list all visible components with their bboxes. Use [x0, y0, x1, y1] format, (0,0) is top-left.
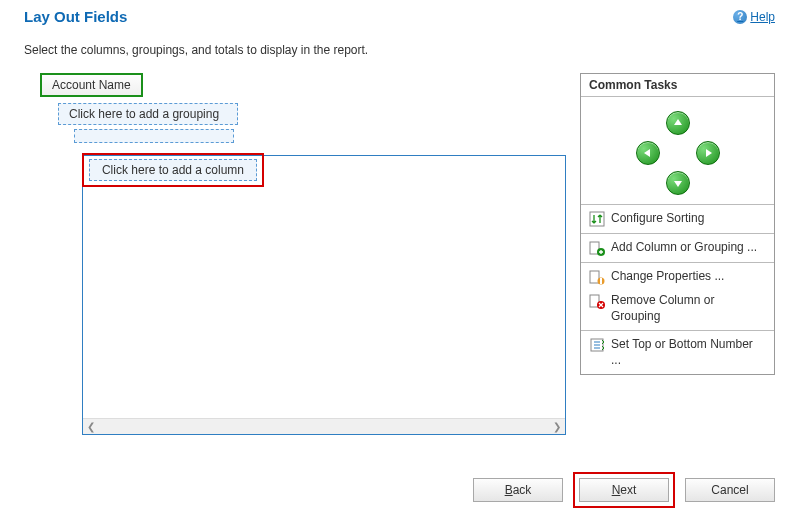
- help-icon: ?: [733, 10, 747, 24]
- svg-rect-5: [600, 278, 602, 284]
- add-column-highlight: Click here to add a column: [82, 153, 264, 187]
- remove-column-icon: [589, 293, 605, 309]
- help-label: Help: [750, 10, 775, 24]
- add-column-label: Add Column or Grouping ...: [611, 240, 757, 256]
- wizard-button-bar: Back Next Cancel: [473, 472, 775, 508]
- sort-icon: [589, 211, 605, 227]
- common-tasks-panel: Common Tasks Configure Sorting: [580, 73, 775, 375]
- instruction-text: Select the columns, groupings, and total…: [24, 43, 793, 57]
- move-down-button[interactable]: [666, 171, 690, 195]
- remove-column-label: Remove Column or Grouping: [611, 293, 766, 324]
- add-column-icon: [589, 240, 605, 256]
- change-properties-label: Change Properties ...: [611, 269, 724, 285]
- next-label-rest: ext: [620, 483, 636, 497]
- back-label-rest: ack: [513, 483, 532, 497]
- help-link[interactable]: ? Help: [733, 10, 775, 24]
- horizontal-scrollbar[interactable]: ❮ ❯: [83, 418, 565, 434]
- set-top-bottom-label: Set Top or Bottom Number ...: [611, 337, 766, 368]
- remove-column-task[interactable]: Remove Column or Grouping: [581, 289, 774, 328]
- arrow-down-icon: [672, 177, 684, 189]
- scroll-left-icon[interactable]: ❮: [87, 421, 95, 432]
- common-tasks-header: Common Tasks: [581, 74, 774, 97]
- report-canvas: ❮ ❯: [82, 155, 566, 435]
- next-highlight: Next: [573, 472, 675, 508]
- move-left-button[interactable]: [636, 141, 660, 165]
- grouping-slot[interactable]: [74, 129, 234, 143]
- add-grouping-placeholder[interactable]: Click here to add a grouping: [58, 103, 238, 125]
- arrow-up-icon: [672, 117, 684, 129]
- arrow-pad: [581, 97, 774, 205]
- account-name-field[interactable]: Account Name: [40, 73, 143, 97]
- configure-sorting-label: Configure Sorting: [611, 211, 704, 227]
- move-up-button[interactable]: [666, 111, 690, 135]
- page-title: Lay Out Fields: [24, 8, 127, 25]
- change-properties-task[interactable]: Change Properties ...: [581, 265, 774, 289]
- properties-icon: [589, 269, 605, 285]
- arrow-left-icon: [642, 147, 654, 159]
- configure-sorting-task[interactable]: Configure Sorting: [581, 207, 774, 231]
- arrow-right-icon: [702, 147, 714, 159]
- cancel-button[interactable]: Cancel: [685, 478, 775, 502]
- layout-area: Account Name Click here to add a groupin…: [24, 73, 564, 143]
- back-button[interactable]: Back: [473, 478, 563, 502]
- set-top-bottom-task[interactable]: Set Top or Bottom Number ...: [581, 333, 774, 372]
- scroll-right-icon[interactable]: ❯: [553, 421, 561, 432]
- top-bottom-icon: [589, 337, 605, 353]
- next-button[interactable]: Next: [579, 478, 669, 502]
- add-column-task[interactable]: Add Column or Grouping ...: [581, 236, 774, 260]
- move-right-button[interactable]: [696, 141, 720, 165]
- add-column-placeholder[interactable]: Click here to add a column: [89, 159, 257, 181]
- svg-rect-0: [590, 212, 604, 226]
